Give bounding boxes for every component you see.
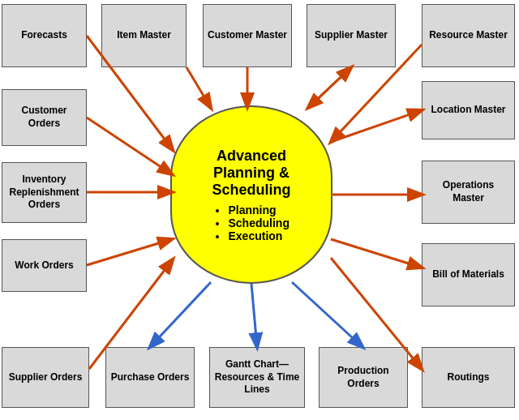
box-production-orders: Production Orders: [319, 347, 408, 408]
box-customer-orders: Customer Orders: [2, 89, 87, 146]
box-forecasts: Forecasts: [2, 4, 87, 67]
box-bill-of-materials: Bill of Materials: [422, 243, 515, 306]
box-operations-master: Operations Master: [422, 161, 515, 224]
bullet-execution: Execution: [228, 229, 290, 242]
bullet-scheduling: Scheduling: [228, 216, 290, 229]
box-location-master: Location Master: [422, 81, 515, 139]
svg-line-11: [308, 67, 351, 108]
box-work-orders: Work Orders: [2, 239, 87, 292]
box-purchase-orders: Purchase Orders: [105, 347, 195, 408]
center-bullets: Planning Scheduling Execution: [212, 204, 290, 242]
svg-line-5: [87, 118, 172, 174]
center-title: AdvancedPlanning &Scheduling: [212, 148, 290, 199]
box-resource-master: Resource Master: [422, 4, 515, 67]
svg-line-8: [331, 110, 422, 142]
box-item-master: Item Master: [101, 4, 187, 67]
svg-line-13: [251, 284, 257, 347]
svg-line-14: [292, 282, 362, 347]
box-gantt-chart: Gantt Chart— Resources & Time Lines: [209, 347, 305, 408]
svg-line-7: [87, 239, 172, 265]
bullet-planning: Planning: [228, 204, 290, 216]
svg-line-1: [187, 67, 211, 108]
svg-line-12: [150, 282, 211, 347]
box-inventory-replenishment: Inventory Replenishment Orders: [2, 162, 87, 223]
box-routings: Routings: [422, 347, 515, 408]
svg-line-10: [331, 239, 422, 268]
center-box: AdvancedPlanning &Scheduling Planning Sc…: [170, 105, 332, 284]
box-supplier-orders: Supplier Orders: [2, 347, 89, 408]
box-supplier-master: Supplier Master: [307, 4, 396, 67]
svg-line-3: [308, 67, 351, 108]
box-customer-master: Customer Master: [203, 4, 292, 67]
diagram-container: AdvancedPlanning &Scheduling Planning Sc…: [0, 0, 519, 420]
